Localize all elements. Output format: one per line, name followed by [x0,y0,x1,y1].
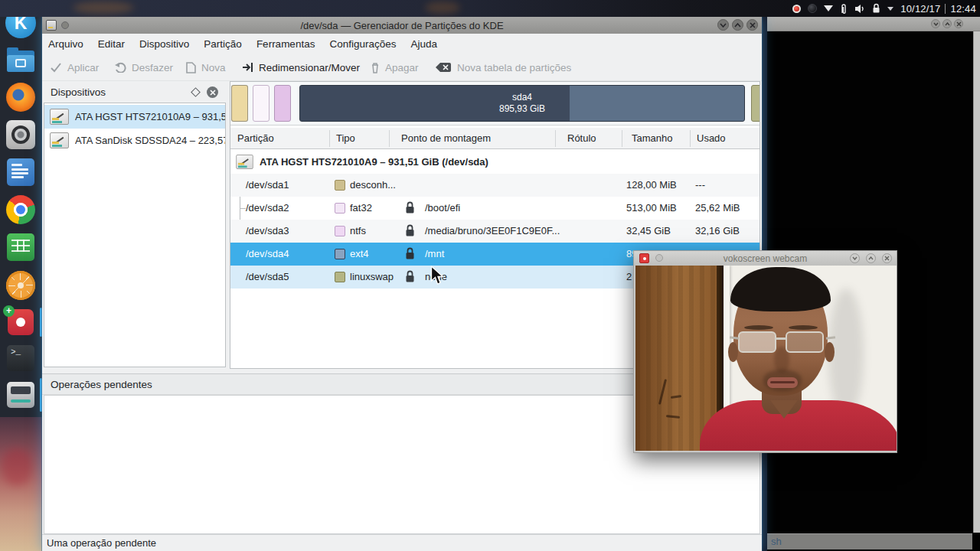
webcam-titlebar[interactable]: vokoscreen webcam [634,251,897,266]
hard-drive-icon [50,109,69,125]
network-triangle-icon[interactable] [824,5,833,11]
system-tray: 10/12/17 12:44 [792,0,976,17]
close-panel-icon[interactable] [207,86,218,98]
segment-name: sda4 [512,92,532,103]
firefox-icon[interactable] [5,82,36,112]
delete-button[interactable]: Apagar [371,54,419,81]
hard-drive-icon [236,155,253,169]
dark-sphere-icon[interactable] [808,4,817,13]
person-hair [730,267,831,311]
glasses [738,331,827,354]
col-ponto[interactable]: Ponto de montagem [401,132,491,144]
new-partition-button[interactable]: Nova [186,54,226,81]
menu-configuracoes[interactable]: Configurações [329,38,396,50]
volume-icon[interactable] [854,4,865,14]
device-item-hgst[interactable]: ATA HGST HTS721010A9 – 931,5... [44,105,225,129]
minimize-icon[interactable] [717,19,729,31]
table-row-root[interactable]: ATA HGST HTS721010A9 – 931,51 GiB (/dev/… [230,151,760,174]
media-wheel-icon[interactable] [5,119,36,150]
partition-segment-sda4[interactable]: sda4 895,93 GiB [299,85,745,122]
pending-operations-title: Operações pendentes [51,379,152,390]
backspace-erase-icon [435,62,452,73]
chrome-icon[interactable] [5,194,36,225]
undo-icon [114,62,126,73]
record-icon[interactable] [792,5,801,13]
webcam-window[interactable]: vokoscreen webcam [633,250,897,453]
maximize-icon[interactable] [942,19,952,28]
expand-caret-icon[interactable] [887,7,893,11]
dock: K + >_ [0,0,42,417]
col-tamanho[interactable]: Tamanho [632,132,672,144]
status-bar: Uma operação pendente [42,534,762,551]
close-icon[interactable] [882,253,892,263]
menu-editar[interactable]: Editar [98,38,125,50]
menu-ferramentas[interactable]: Ferramentas [256,38,315,50]
col-rotulo[interactable]: Rótulo [567,132,596,144]
close-icon[interactable] [954,19,963,28]
orange-music-icon[interactable] [5,270,36,301]
scrollbar[interactable] [973,31,980,533]
hard-drive-icon [50,132,69,148]
col-usado[interactable]: Usado [697,132,726,144]
table-row-sda1[interactable]: /dev/sda1 desconh... 128,00 MiB --- [230,174,760,197]
desktop: sh /dev/sda — Gerenciador de Partições d… [0,0,980,551]
clipboard-paperclip-icon[interactable] [840,3,848,15]
word-processor-icon[interactable] [5,157,36,187]
maximize-icon[interactable] [866,253,876,263]
fs-color-swatch [335,226,345,236]
float-panel-icon[interactable] [191,87,201,97]
undo-button[interactable]: Desfazer [114,54,173,81]
close-icon[interactable] [746,19,758,31]
partition-bar: sda4 895,93 GiB [230,82,760,126]
col-particao[interactable]: Partição [237,132,274,144]
menu-particao[interactable]: Partição [204,38,242,50]
window-titlebar[interactable]: /dev/sda — Gerenciador de Partições do K… [42,17,762,34]
menu-ajuda[interactable]: Ajuda [410,38,437,50]
webcam-feed [635,266,897,451]
lock-icon [405,270,415,285]
lock-icon [405,247,415,262]
partition-segment-sda2[interactable] [253,85,270,122]
partition-manager-icon[interactable] [5,380,36,410]
maximize-icon[interactable] [732,19,743,31]
check-icon [50,62,62,73]
partition-segment-sda3[interactable] [274,85,291,122]
col-tipo[interactable]: Tipo [336,132,355,144]
top-panel: 10/12/17 12:44 [0,0,980,17]
partition-segment-sda5[interactable] [751,85,760,122]
lock-icon [405,224,415,240]
menu-arquivo[interactable]: Arquivo [48,38,83,50]
fs-color-swatch [335,272,345,282]
minimize-icon[interactable] [931,19,940,28]
new-partition-table-button[interactable]: Nova tabela de partições [435,54,571,81]
minimize-icon[interactable] [850,253,860,263]
terminal-icon[interactable]: >_ [5,343,36,373]
clock-date: 10/12/17 [900,3,940,15]
table-row-sda3[interactable]: /dev/sda3 ntfs /media/bruno/3EE0F1C9E0F.… [230,220,760,243]
resize-move-button[interactable]: Redimensionar/Mover [242,54,360,81]
lock-icon[interactable] [872,3,880,14]
devices-panel-header: Dispositivos [44,83,226,103]
devices-panel-title: Dispositivos [51,86,106,98]
apply-button[interactable]: Aplicar [50,54,99,81]
trash-icon [371,62,380,73]
vokoscreen-icon[interactable]: + [5,307,36,337]
partition-segment-sda1[interactable] [231,85,248,122]
clock-time: 12:44 [950,3,976,15]
table-row-sda2[interactable]: /dev/sda2 fat32 /boot/efi 513,00 MiB 25,… [230,197,760,220]
wallpaper [0,417,42,551]
device-item-sandisk[interactable]: ATA SanDisk SDSSDA24 – 223,57... [44,129,225,152]
fs-color-swatch [335,203,345,214]
toolbar: Aplicar Desfazer Nova Redimensionar/Move… [42,54,762,81]
fs-color-swatch [335,180,345,191]
spreadsheet-icon[interactable] [5,232,36,262]
background-window-titlebar[interactable] [767,17,980,31]
file-manager-icon[interactable] [5,46,36,77]
new-document-icon [186,62,196,73]
panel-clock[interactable]: 10/12/17 12:44 [900,3,976,15]
lock-icon [405,201,415,217]
menu-dispositivo[interactable]: Dispositivo [139,38,189,50]
mouse-cursor [430,266,445,289]
status-text: Uma operação pendente [47,537,156,549]
segment-size: 895,93 GiB [499,103,545,115]
